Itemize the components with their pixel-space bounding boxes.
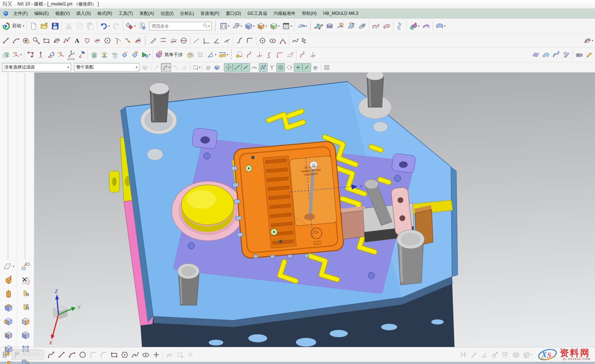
- linear-dimension-button[interactable]: [469, 349, 479, 360]
- make-symmetric-button[interactable]: [500, 349, 511, 360]
- rectangle-button[interactable]: [41, 36, 52, 46]
- flip-surface-button[interactable]: [346, 21, 357, 32]
- more-curve-button[interactable]: ▾: [582, 36, 594, 46]
- copy-button[interactable]: [74, 21, 85, 32]
- chevron-down-icon[interactable]: ▾: [266, 25, 267, 28]
- divide-face-button[interactable]: [17, 328, 33, 342]
- curve-on-surface-button[interactable]: [133, 36, 143, 46]
- select-top-level-button[interactable]: ▾: [161, 63, 171, 72]
- offset-curve-button[interactable]: [82, 36, 92, 46]
- menu-item[interactable]: 窗口(O): [223, 9, 244, 18]
- select-previous-button[interactable]: [152, 63, 161, 72]
- scene-settings-button[interactable]: [574, 50, 584, 60]
- chevron-down-icon[interactable]: ▾: [149, 53, 151, 56]
- grid-button[interactable]: [195, 50, 205, 60]
- layer-settings-button[interactable]: [1, 50, 11, 60]
- rapid-dimension-button[interactable]: [458, 349, 469, 360]
- menu-item[interactable]: 首选项(P): [197, 9, 223, 18]
- menu-item[interactable]: 插入(S): [73, 9, 94, 18]
- display-constraints-button[interactable]: [511, 349, 521, 360]
- redo-button[interactable]: [111, 21, 122, 32]
- fit-curve-button[interactable]: [290, 36, 301, 46]
- sketch-arc-button[interactable]: [67, 349, 77, 360]
- flange-surface-button[interactable]: [381, 21, 392, 32]
- menu-item[interactable]: 编辑(E): [31, 9, 52, 18]
- menu-item[interactable]: GC工具箱: [244, 9, 270, 18]
- chevron-down-icon[interactable]: ▾: [228, 25, 230, 28]
- chevron-down-icon[interactable]: ▾: [23, 25, 24, 28]
- part-navigator-grid-button[interactable]: [322, 63, 331, 72]
- style-curve-button[interactable]: [265, 50, 275, 60]
- arc-button[interactable]: [11, 36, 21, 46]
- fit-view-button[interactable]: ▾: [218, 21, 231, 32]
- blend-surface-button[interactable]: [357, 21, 368, 32]
- snap-point-on-curve-button[interactable]: [250, 63, 259, 72]
- measure-distance-button[interactable]: ▾: [217, 50, 229, 60]
- chevron-down-icon[interactable]: ▾: [215, 53, 216, 56]
- render-style-button[interactable]: ▾: [243, 21, 256, 32]
- undo-button[interactable]: ▾: [98, 21, 111, 32]
- constraint-settings-button[interactable]: ▾: [521, 349, 534, 360]
- extrude-button[interactable]: [0, 273, 16, 287]
- bend-surface-button[interactable]: [395, 21, 406, 32]
- profile-button[interactable]: [46, 349, 56, 360]
- circle-point-button[interactable]: [257, 36, 268, 46]
- highlight-faces-button[interactable]: [204, 63, 213, 72]
- locating-ring[interactable]: [172, 181, 244, 241]
- orient-csys-button[interactable]: [56, 50, 66, 60]
- polyline-button[interactable]: [62, 36, 72, 46]
- rectangle-select-button[interactable]: ▾: [191, 63, 202, 72]
- chevron-down-icon[interactable]: ▾: [444, 25, 446, 28]
- sketch-button[interactable]: ▾: [0, 260, 16, 273]
- highlight-body-button[interactable]: [213, 63, 221, 72]
- menu-item[interactable]: 帮助(H): [299, 9, 320, 18]
- bridge-curve-button[interactable]: [92, 36, 102, 46]
- extend-curve-button[interactable]: [123, 36, 133, 46]
- measure-angle-button[interactable]: ▾: [205, 50, 217, 60]
- sketch-ellipse-button[interactable]: [140, 349, 151, 360]
- snap-midpoint-button[interactable]: [241, 63, 250, 72]
- vector-button[interactable]: [36, 50, 46, 60]
- chevron-down-icon[interactable]: ▾: [13, 265, 14, 268]
- angular-dimension-button[interactable]: [479, 349, 490, 360]
- bridge-blend-button[interactable]: [244, 50, 254, 60]
- command-search-input[interactable]: [151, 23, 203, 29]
- light-view-button[interactable]: [76, 50, 86, 60]
- smooth-curve-button[interactable]: [235, 36, 245, 46]
- offset-sketch-button[interactable]: [164, 349, 175, 360]
- trim-curve-button[interactable]: [113, 36, 123, 46]
- ellipse-curve-button[interactable]: [268, 36, 278, 46]
- command-finder-button[interactable]: ▾: [124, 21, 137, 32]
- toolbar-grip[interactable]: [145, 36, 146, 45]
- sketch-rectangle-button[interactable]: [109, 349, 119, 360]
- chevron-down-icon[interactable]: ▾: [199, 66, 201, 69]
- select-inside-button[interactable]: [171, 63, 180, 72]
- studio-surface-button[interactable]: [531, 50, 541, 60]
- orient-view-button[interactable]: ▾: [231, 21, 243, 32]
- new-file-button[interactable]: [28, 21, 39, 32]
- fillet-button[interactable]: [88, 349, 98, 360]
- line-button[interactable]: [1, 36, 11, 46]
- simple-interference-button[interactable]: 简单干涉: [154, 50, 185, 60]
- view-triad[interactable]: Z Y X: [49, 289, 81, 346]
- assembly-filter-button[interactable]: [141, 63, 150, 72]
- unlock-objects-button[interactable]: [234, 50, 244, 60]
- guide-pin-bottom-left[interactable]: [178, 264, 199, 305]
- chevron-down-icon[interactable]: ▾: [227, 53, 228, 56]
- chevron-down-icon[interactable]: ▾: [278, 25, 280, 28]
- plate-hole[interactable]: [147, 149, 163, 160]
- hole-button[interactable]: [0, 301, 16, 315]
- chevron-down-icon[interactable]: ▾: [592, 39, 593, 42]
- datum-line-button[interactable]: [191, 36, 201, 46]
- menu-item[interactable]: 视图(V): [52, 9, 73, 18]
- studio-spline-button[interactable]: [130, 349, 140, 360]
- chevron-down-icon[interactable]: ▾: [531, 353, 533, 356]
- datum-plane-button[interactable]: [17, 301, 33, 315]
- through-points-surface-button[interactable]: [313, 21, 324, 32]
- offset-3d-curve-button[interactable]: [148, 36, 158, 46]
- chevron-down-icon[interactable]: ▾: [133, 66, 137, 69]
- toolbar-grip[interactable]: [8, 74, 9, 260]
- start-button[interactable]: 启动▾: [1, 21, 25, 32]
- sketch-line-button[interactable]: [56, 349, 67, 360]
- toolbar-grip[interactable]: [310, 21, 311, 31]
